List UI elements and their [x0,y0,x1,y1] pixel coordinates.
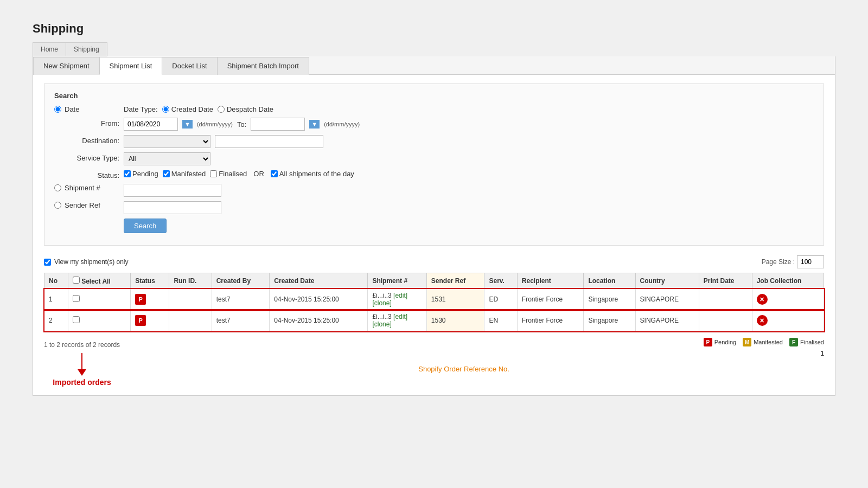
cell-run-id-2 [169,310,212,331]
all-day-checkbox[interactable] [271,170,278,177]
shipment-hash-input[interactable] [124,184,221,197]
tab-shipment-batch-import[interactable]: Shipment Batch Import [217,57,309,75]
view-my-shipments-checkbox[interactable] [44,259,51,266]
legend-finalised: F Finalised [789,338,824,346]
service-type-label: Service Type: [76,154,119,162]
destination-text-input[interactable] [215,135,323,148]
status-label: Status: [98,171,119,179]
tab-docket-list[interactable]: Docket List [162,57,217,75]
tab-bar: New Shipment Shipment List Docket List S… [33,56,835,75]
date-type-label: Date Type: [124,105,158,113]
footer-section: 1 to 2 records of 2 records Imported ord… [44,338,824,387]
delete-btn-1[interactable]: × [757,294,768,305]
table-body: 1 P test7 04-Nov-2015 15:25:00 £i...i..3… [44,289,824,331]
radio-shipment[interactable] [54,184,61,191]
legend-manifested: M Manifested [743,338,783,346]
destination-select[interactable] [124,135,210,148]
breadcrumb-home[interactable]: Home [33,42,66,56]
manifested-checkbox-label[interactable]: Manifested [163,170,206,178]
sender-ref-input[interactable] [124,201,221,214]
pending-checkbox[interactable] [124,170,131,177]
or-label: OR [253,170,264,178]
to-date-input[interactable] [251,118,305,131]
breadcrumb-shipping[interactable]: Shipping [66,42,107,56]
row-checkbox-1[interactable] [73,295,80,302]
main-panel: New Shipment Shipment List Docket List S… [33,56,835,396]
cell-status-2: P [131,310,169,331]
page-size-input[interactable] [797,255,824,268]
col-recipient: Recipient [517,273,584,289]
cell-location-1: Singapore [584,289,635,310]
clone-link-1[interactable]: [clone] [372,299,391,307]
from-label: From: [101,119,119,127]
arrow-head [78,369,86,376]
cell-sender-ref-1: 1531 [426,289,484,310]
col-country: Country [635,273,699,289]
created-date-option[interactable]: Created Date [162,105,213,113]
cell-country-1: SINGAPORE [635,289,699,310]
cell-no-2: 2 [44,310,68,331]
cell-recipient-2: Frontier Force [517,310,584,331]
view-my-shipments-label: View my shipment(s) only [54,258,129,266]
row-checkbox-2[interactable] [73,316,80,323]
calendar-icon-from[interactable]: ▼ [182,120,193,129]
cell-status-1: P [131,289,169,310]
from-date-input[interactable] [124,118,178,131]
pending-checkbox-label[interactable]: Pending [124,170,158,178]
footer-center: Shopify Order Reference No. [418,338,509,373]
imported-orders-label: Imported orders [53,378,111,387]
cell-check-1[interactable] [68,289,130,310]
edit-link-2[interactable]: [edit] [393,313,407,320]
from-to-row: From: ▼ (dd/mm/yyyy) To: ▼ (dd/mm/yyyy) [54,118,814,131]
page-size-container: Page Size : [762,255,824,268]
table-row: 1 P test7 04-Nov-2015 15:25:00 £i...i..3… [44,289,824,310]
finalised-checkbox-label[interactable]: Finalised [210,170,247,178]
cell-check-2[interactable] [68,310,130,331]
service-type-select[interactable]: All [124,152,210,165]
search-button[interactable]: Search [124,219,167,233]
search-section: Search Date Date Type: Created Date [44,84,824,246]
edit-link-1[interactable]: [edit] [393,292,407,299]
table-header: No Select All Status Run ID. Created By … [44,273,824,289]
cell-print-date-2 [699,310,752,331]
despatch-date-option[interactable]: Despatch Date [218,105,273,113]
search-date-row: Date Date Type: Created Date Despatch Da… [54,105,814,113]
service-type-row: Service Type: All [54,152,814,165]
cell-job-collection-2[interactable]: × [752,310,824,331]
tab-shipment-list[interactable]: Shipment List [99,57,163,75]
shipment-link-2[interactable]: £i...i..3 [372,313,391,320]
footer-right: P Pending M Manifested F Finalised 1 [704,338,824,357]
col-select-all[interactable]: Select All [68,273,130,289]
search-title: Search [54,92,814,100]
records-info: 1 to 2 records of 2 records [44,341,120,349]
col-shipment-num: Shipment # [368,273,426,289]
calendar-icon-to[interactable]: ▼ [309,120,320,129]
footer-left: 1 to 2 records of 2 records Imported ord… [44,338,120,387]
clone-link-2[interactable]: [clone] [372,320,391,328]
all-day-checkbox-label[interactable]: All shipments of the day [271,170,354,178]
radio-sender-ref[interactable] [54,202,61,209]
breadcrumb: Home Shipping [33,42,835,56]
legend-finalised-icon: F [789,338,798,346]
shipment-link-1[interactable]: £i...i..3 [372,292,391,299]
manifested-checkbox[interactable] [163,170,170,177]
delete-btn-2[interactable]: × [757,315,768,326]
tab-new-shipment[interactable]: New Shipment [33,57,100,75]
select-all-checkbox[interactable] [73,277,80,284]
cell-shipment-num-2[interactable]: £i...i..3 [edit] [clone] [368,310,426,331]
radio-date[interactable] [54,106,61,113]
destination-row: Destination: [54,135,814,148]
cell-shipment-num-1[interactable]: £i...i..3 [edit] [clone] [368,289,426,310]
finalised-checkbox[interactable] [210,170,217,177]
page-number: 1 [820,350,824,357]
col-serv: Serv. [484,273,517,289]
cell-recipient-1: Frontier Force [517,289,584,310]
status-controls: Pending Manifested Finalised OR [124,170,354,178]
panel-content: Search Date Date Type: Created Date [33,75,835,395]
col-created-date: Created Date [270,273,368,289]
cell-no-1: 1 [44,289,68,310]
shopify-ref-label: Shopify Order Reference No. [418,365,509,373]
sender-ref-row: Sender Ref [54,201,814,214]
col-status: Status [131,273,169,289]
cell-job-collection-1[interactable]: × [752,289,824,310]
